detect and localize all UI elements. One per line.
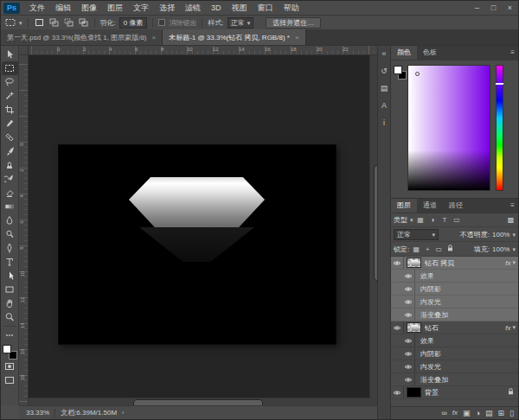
visibility-eye-icon[interactable]: [402, 347, 415, 360]
visibility-eye-icon[interactable]: [402, 360, 415, 372]
clone-stamp-tool[interactable]: [2, 158, 18, 172]
document-tab-1[interactable]: 第一天.psd @ 33.3%(颜色查找 1, 图层蒙版/8) ×: [1, 29, 163, 45]
document-viewport[interactable]: [29, 55, 369, 398]
eraser-tool[interactable]: [2, 186, 18, 200]
effect-row[interactable]: 内发光: [391, 296, 518, 309]
menu-item-select[interactable]: 选择: [154, 3, 180, 14]
gradient-tool[interactable]: [2, 200, 18, 213]
visibility-eye-icon[interactable]: [402, 296, 415, 308]
brush-tool[interactable]: [2, 144, 18, 158]
restore-icon[interactable]: □: [485, 1, 502, 15]
effect-row[interactable]: 渐变叠加: [391, 309, 518, 321]
visibility-eye-icon[interactable]: [402, 309, 415, 321]
intersect-selection-icon[interactable]: [78, 18, 89, 28]
menu-item-image[interactable]: 图像: [76, 3, 102, 14]
visibility-eye-icon[interactable]: [391, 321, 404, 334]
new-selection-icon[interactable]: [34, 18, 45, 28]
effect-row[interactable]: 渐变叠加: [391, 373, 518, 386]
hue-slider[interactable]: [496, 65, 503, 191]
foreground-background-swatches[interactable]: [3, 345, 17, 360]
blur-tool[interactable]: [2, 213, 18, 227]
hue-slider-marker[interactable]: [496, 83, 503, 85]
subtract-from-selection-icon[interactable]: [63, 18, 74, 28]
properties-icon[interactable]: ▤: [379, 82, 390, 93]
tool-preset-chevron-icon[interactable]: ▾: [19, 20, 22, 26]
document-canvas[interactable]: [59, 145, 336, 344]
effect-row[interactable]: 效果: [391, 334, 518, 347]
info-icon[interactable]: i: [379, 117, 390, 128]
layer-thumbnail[interactable]: [407, 387, 421, 398]
foreground-color-swatch[interactable]: [3, 345, 11, 353]
quick-mask-icon[interactable]: [2, 360, 18, 373]
tab-close-icon[interactable]: ×: [295, 34, 299, 41]
menu-item-file[interactable]: 文件: [24, 3, 50, 14]
type-tool[interactable]: [2, 255, 18, 269]
delete-layer-icon[interactable]: ▯: [509, 410, 514, 417]
lock-all-icon[interactable]: [445, 245, 454, 253]
document-tab-2[interactable]: 未标题-1 @ 33.3%(钻石 拷贝, RGB/8) * ×: [163, 29, 305, 45]
menu-item-filter[interactable]: 滤镜: [180, 3, 206, 14]
crop-tool[interactable]: [2, 103, 18, 117]
visibility-eye-icon[interactable]: [402, 270, 415, 282]
collapse-effects-icon[interactable]: ▾: [512, 324, 516, 331]
effect-row[interactable]: 内阴影: [391, 347, 518, 360]
new-layer-icon[interactable]: ⊞: [498, 410, 505, 417]
saturation-field[interactable]: [407, 65, 490, 191]
collapse-effects-icon[interactable]: ▾: [512, 259, 516, 266]
layer-row-diamond[interactable]: 钻石 fx ▾: [391, 321, 518, 334]
horizontal-scrollbar[interactable]: [29, 398, 369, 405]
color-panel-swatches[interactable]: [394, 66, 408, 80]
effect-row[interactable]: 内发光: [391, 360, 518, 373]
panel-menu-icon[interactable]: ≡: [507, 46, 518, 60]
zoom-tool[interactable]: [2, 310, 18, 324]
tab-swatches[interactable]: 色板: [417, 46, 443, 60]
menu-item-window[interactable]: 窗口: [253, 3, 279, 14]
link-layers-icon[interactable]: ∞: [441, 410, 446, 417]
chevron-down-icon[interactable]: ▾: [512, 246, 516, 252]
filter-smart-icon[interactable]: ▩: [506, 216, 516, 224]
add-to-selection-icon[interactable]: [48, 18, 60, 28]
tool-preset-icon[interactable]: [4, 18, 16, 28]
dodge-tool[interactable]: [2, 227, 18, 241]
add-mask-icon[interactable]: ▣: [463, 410, 471, 417]
layer-thumbnail[interactable]: [407, 322, 421, 333]
zoom-level-field[interactable]: 33.33%: [26, 409, 49, 417]
visibility-eye-icon[interactable]: [402, 283, 415, 295]
filter-shape-icon[interactable]: ▭: [452, 216, 462, 224]
filter-type-label[interactable]: 类型: [394, 215, 407, 225]
layer-style-icon[interactable]: fx: [452, 410, 458, 417]
rectangle-tool[interactable]: [2, 283, 18, 296]
menu-item-type[interactable]: 文字: [128, 3, 154, 14]
tab-channels[interactable]: 通道: [417, 199, 443, 213]
filter-adjustment-icon[interactable]: ◑: [428, 216, 438, 224]
menu-item-help[interactable]: 帮助: [279, 3, 304, 14]
pen-tool[interactable]: [2, 241, 18, 255]
rectangular-marquee-tool[interactable]: [2, 61, 18, 75]
lasso-tool[interactable]: [2, 75, 18, 89]
menu-item-layer[interactable]: 图层: [102, 3, 128, 14]
spot-healing-brush-tool[interactable]: [2, 130, 18, 144]
layer-row-diamond-copy[interactable]: 钻石 拷贝 fx ▾: [391, 257, 518, 270]
style-dropdown[interactable]: 正常 ▾: [227, 17, 254, 29]
minimize-icon[interactable]: –: [469, 1, 485, 15]
layer-thumbnail[interactable]: [407, 258, 421, 268]
visibility-eye-icon[interactable]: [391, 386, 404, 398]
edit-toolbar-icon[interactable]: [2, 328, 18, 342]
lock-transparency-icon[interactable]: ▦: [412, 245, 420, 253]
ruler-origin[interactable]: [19, 46, 29, 55]
layer-fx-badge[interactable]: fx: [505, 259, 510, 267]
effect-row[interactable]: 效果: [391, 270, 518, 283]
antialias-checkbox[interactable]: [158, 19, 165, 26]
quick-selection-tool[interactable]: [2, 89, 18, 103]
menu-item-view[interactable]: 视图: [227, 3, 253, 14]
visibility-eye-icon[interactable]: [402, 334, 415, 347]
foreground-color-swatch[interactable]: [394, 66, 402, 74]
close-icon[interactable]: ×: [502, 1, 518, 15]
chevron-down-icon[interactable]: ▾: [512, 232, 516, 238]
feather-input[interactable]: 0 像素: [119, 17, 148, 29]
path-selection-tool[interactable]: [2, 269, 18, 283]
panel-menu-icon[interactable]: ≡: [507, 199, 518, 213]
tab-color[interactable]: 颜色: [391, 46, 417, 60]
blend-mode-dropdown[interactable]: 正常 ▾: [394, 229, 439, 240]
vertical-scrollbar[interactable]: [369, 55, 377, 398]
